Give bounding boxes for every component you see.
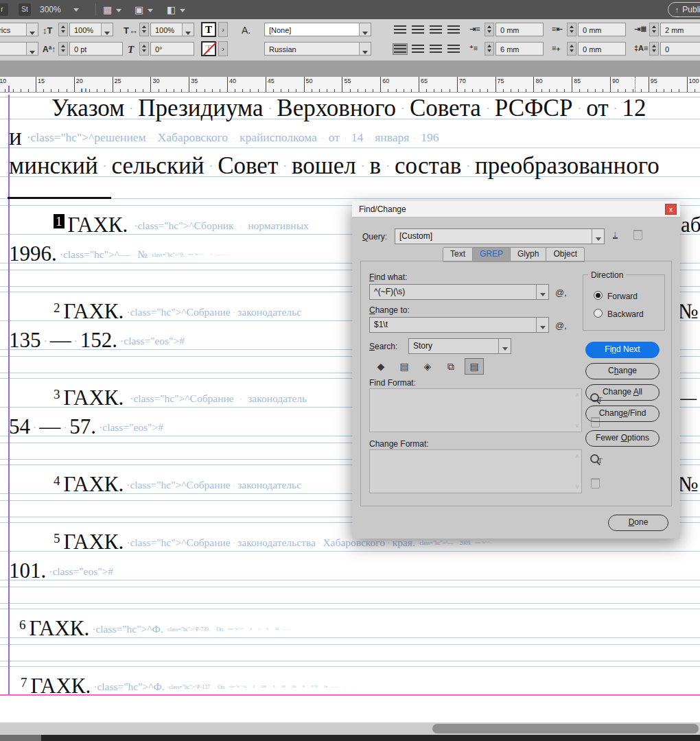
skew-stepper[interactable]: [139, 42, 149, 56]
stock-icon[interactable]: St: [19, 3, 31, 16]
footnote-number[interactable]: 5: [54, 531, 60, 545]
include-hidden-layers-icon[interactable]: ◈: [418, 358, 437, 375]
scrollbar-thumb[interactable]: [432, 724, 699, 733]
space-after-field[interactable]: 0 mm: [578, 42, 626, 56]
left-indent-stepper[interactable]: [485, 23, 494, 36]
horizontal-scrollbar[interactable]: [0, 722, 700, 735]
vertical-scale-stepper[interactable]: [58, 23, 68, 36]
include-locked-layers-icon[interactable]: ◆: [371, 358, 390, 375]
special-characters-menu-icon[interactable]: @,: [555, 320, 567, 331]
footnote-line[interactable]: 1ГАХК.·class="hc">^Сборник·нормативных: [54, 213, 315, 237]
first-line-indent-field[interactable]: 6 mm: [495, 42, 544, 56]
align-center-button[interactable]: [410, 24, 425, 36]
footnote-text-fragment[interactable]: аб: [681, 213, 700, 237]
footnote-line[interactable]: 1996.·class="hc">^—·№·class="hc">^9.·cla…: [9, 242, 244, 266]
publish-online-button[interactable]: ↑Publi: [668, 2, 700, 17]
character-style-select[interactable]: [None]: [264, 23, 371, 36]
character-stroke-swatch[interactable]: T: [201, 41, 216, 56]
footnote-text-fragment[interactable]: №·class="hc">^: [678, 299, 700, 324]
footnote-line[interactable]: 3ГАХК.·class="hc">^Собрание·законодатель: [54, 386, 313, 410]
footnote-number[interactable]: 3: [54, 387, 60, 401]
footnote-number[interactable]: 2: [54, 301, 60, 315]
dialog-title-bar[interactable]: Find/Change x: [352, 201, 680, 217]
change-find-button[interactable]: Change/Find: [585, 405, 660, 422]
footnote-number[interactable]: 6: [19, 618, 26, 632]
fill-flyout-button[interactable]: ›: [218, 22, 228, 37]
horizontal-scale-field[interactable]: 100%: [150, 23, 194, 36]
footnote-line[interactable]: 7ГАХК.·class="hc">^Ф.·class="hc">^Р-137.…: [21, 674, 364, 698]
screen-mode-icon[interactable]: ▣: [135, 3, 153, 16]
view-options-icon[interactable]: ▦: [103, 3, 121, 16]
stroke-flyout-button[interactable]: ›: [218, 41, 228, 56]
close-icon[interactable]: x: [665, 204, 677, 215]
character-fill-swatch[interactable]: T: [201, 22, 216, 37]
include-footnotes-icon[interactable]: ▤: [465, 358, 484, 375]
find-next-button[interactable]: Find Next: [585, 342, 660, 358]
space-before-field[interactable]: 2 mm: [660, 23, 700, 36]
footnote-line[interactable]: 6ГАХК.·class="hc">^Ф.·class="hc">^Р-739.…: [19, 616, 301, 641]
baseline-shift-stepper[interactable]: [58, 42, 68, 56]
drop-cap-stepper[interactable]: [649, 42, 659, 56]
special-characters-menu-icon[interactable]: @,: [555, 287, 567, 298]
done-button[interactable]: Done: [608, 515, 668, 531]
indent-marker-icon[interactable]: [85, 89, 86, 92]
change-format-box[interactable]: ∧∨: [369, 449, 582, 493]
include-master-pages-icon[interactable]: ⧉: [441, 358, 460, 375]
chevron-down-icon[interactable]: [536, 318, 548, 332]
column-guide[interactable]: [8, 95, 10, 695]
body-text-line[interactable]: минский·сельский·Совет·вошел·в·состав·пр…: [9, 152, 660, 180]
query-select[interactable]: [Custom]: [395, 228, 605, 244]
forward-radio[interactable]: [594, 291, 603, 300]
search-scope-select[interactable]: Story: [408, 338, 511, 354]
kerning-select[interactable]: etrics: [0, 23, 38, 36]
footnote-number-selected[interactable]: 1: [54, 214, 65, 228]
justify-last-left-button[interactable]: [393, 43, 408, 55]
find-format-box[interactable]: ∧∨: [369, 388, 582, 432]
footnote-line[interactable]: 4ГАХК.·class="hc">^Собрание·законодатель…: [54, 472, 304, 497]
right-indent-stepper[interactable]: [567, 23, 576, 36]
tab-object[interactable]: Object: [546, 247, 585, 262]
horizontal-scale-stepper[interactable]: [139, 23, 149, 36]
body-text-line[interactable]: и·class="hc">^решением·Хабаровского·край…: [9, 124, 443, 151]
horizontal-ruler[interactable]: 101520253035404550556065707580859095100: [0, 77, 700, 93]
footnote-text-fragment[interactable]: №·class="hc">^: [678, 472, 700, 497]
right-indent-field[interactable]: 0 mm: [578, 23, 626, 36]
arrange-documents-icon[interactable]: ◧: [167, 3, 185, 16]
save-query-icon[interactable]: ↓: [613, 230, 618, 239]
align-left-button[interactable]: [393, 24, 408, 36]
footnote-number[interactable]: 4: [54, 473, 60, 488]
backward-radio[interactable]: [594, 309, 603, 318]
change-to-input[interactable]: $1\t: [369, 317, 549, 333]
find-what-input[interactable]: ^(~F)(\s): [369, 284, 549, 300]
left-indent-field[interactable]: 0 mm: [495, 23, 544, 36]
fewer-options-button[interactable]: Fewer Options: [585, 430, 660, 447]
first-line-indent-stepper[interactable]: [485, 42, 494, 56]
vertical-scale-field[interactable]: 100%: [69, 23, 113, 36]
space-after-stepper[interactable]: [567, 42, 576, 56]
baseline-shift-field[interactable]: 0 pt: [69, 42, 123, 56]
body-text-line[interactable]: Указом·Президиума·Верховного·Совета·РСФС…: [9, 95, 646, 122]
skew-field[interactable]: 0°: [150, 42, 194, 56]
justify-full-button[interactable]: [446, 43, 461, 55]
chevron-down-icon[interactable]: [536, 285, 548, 299]
bridge-icon[interactable]: r: [0, 3, 8, 16]
language-select[interactable]: Russian: [264, 42, 371, 56]
include-locked-stories-icon[interactable]: ▤: [395, 358, 414, 375]
justify-last-center-button[interactable]: [410, 43, 425, 55]
tab-glyph[interactable]: Glyph: [511, 247, 546, 262]
change-all-button[interactable]: Change All: [585, 384, 660, 401]
tab-grep[interactable]: GREP: [473, 247, 511, 262]
forward-label[interactable]: Forward: [607, 292, 638, 301]
backward-label[interactable]: Backward: [607, 309, 644, 319]
footnote-line[interactable]: 101.·class="eos">#: [9, 558, 116, 583]
footnote-line[interactable]: 54·—·57.·class="eos">#: [9, 414, 166, 439]
tab-text[interactable]: Text: [443, 247, 473, 262]
drop-cap-field[interactable]: 0: [660, 42, 700, 56]
zoom-level-select[interactable]: 300%: [40, 0, 79, 19]
justify-last-right-button[interactable]: [446, 24, 461, 36]
space-before-stepper[interactable]: [649, 23, 659, 36]
change-button[interactable]: Change: [585, 363, 660, 379]
footnote-line[interactable]: 2ГАХК.·class="hc">^Собрание·законодатель…: [54, 299, 304, 324]
justify-all-button[interactable]: [428, 43, 443, 55]
footnote-line[interactable]: 135·—·152.·class="eos">#: [9, 328, 187, 353]
